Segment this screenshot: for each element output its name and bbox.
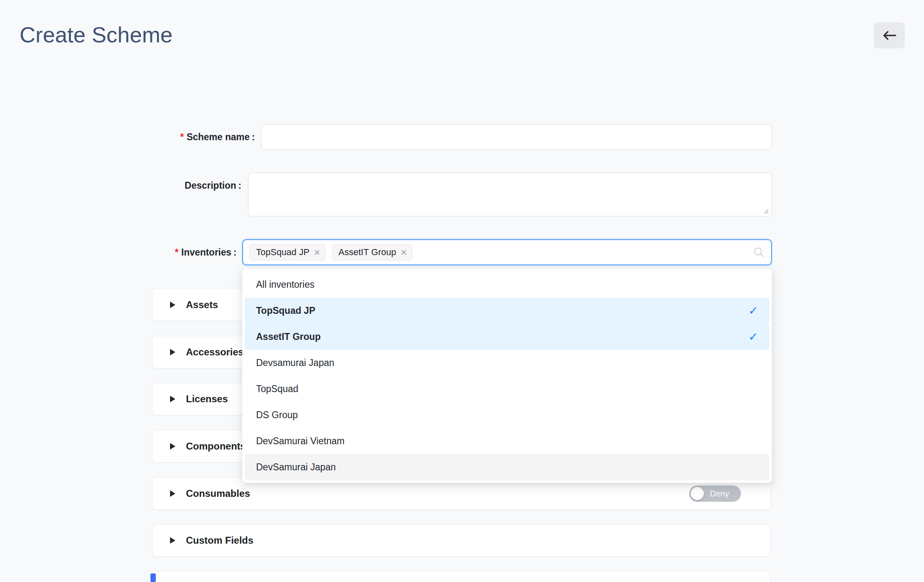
option-label: TopSquad	[256, 384, 298, 395]
dropdown-option-all-inventories[interactable]: All inventories	[245, 271, 769, 298]
dropdown-option-assetit-group[interactable]: AssetIT Group ✓	[245, 324, 769, 350]
required-mark: *	[180, 132, 184, 142]
scheme-name-input[interactable]	[261, 124, 772, 150]
inventories-dropdown: All inventories TopSquad JP ✓ AssetIT Gr…	[242, 269, 772, 483]
option-label: TopSquad JP	[256, 305, 315, 316]
description-textarea[interactable]	[248, 172, 772, 216]
remove-tag-icon[interactable]: ×	[314, 247, 320, 258]
create-scheme-page: Create Scheme *Scheme name: Description:…	[0, 0, 924, 582]
partial-blue-element	[150, 573, 156, 582]
remove-tag-icon[interactable]: ×	[401, 247, 407, 258]
caret-right-icon	[170, 349, 175, 355]
panel-title: Custom Fields	[186, 535, 253, 546]
toggle-label: Deny	[710, 489, 729, 498]
panel-partial[interactable]	[152, 571, 771, 582]
back-arrow-icon	[882, 30, 897, 41]
toggle-knob-icon	[691, 487, 704, 500]
check-icon: ✓	[749, 330, 758, 344]
label-colon: :	[252, 132, 255, 142]
scheme-name-label: *Scheme name:	[180, 131, 255, 143]
search-icon	[753, 247, 765, 258]
scheme-name-label-text: Scheme name	[187, 132, 250, 142]
dropdown-option-topsquad-jp[interactable]: TopSquad JP ✓	[245, 298, 769, 324]
dropdown-option-devsamurai-japan[interactable]: Devsamurai Japan	[245, 350, 769, 376]
description-label: Description:	[185, 179, 241, 192]
selected-tag-assetit-group: AssetIT Group ×	[332, 244, 412, 260]
check-icon: ✓	[749, 304, 758, 317]
tag-label: AssetIT Group	[338, 247, 396, 258]
inventories-label-text: Inventories	[181, 247, 232, 258]
label-colon: :	[238, 180, 241, 191]
caret-right-icon	[170, 490, 175, 497]
deny-toggle[interactable]: Deny	[689, 485, 741, 502]
dropdown-option-devsamurai-japan-2[interactable]: DevSamurai Japan	[245, 454, 769, 480]
selected-tag-topsquad-jp: TopSquad JP ×	[250, 244, 325, 260]
panel-title: Components	[186, 441, 246, 452]
description-label-text: Description	[185, 180, 237, 191]
caret-right-icon	[170, 302, 175, 308]
inventories-label: *Inventories:	[175, 246, 237, 258]
panel-title: Accessories	[186, 346, 243, 358]
dropdown-option-devsamurai-vietnam[interactable]: DevSamurai Vietnam	[245, 428, 769, 454]
option-label: All inventories	[256, 279, 314, 290]
dropdown-option-topsquad[interactable]: TopSquad	[245, 376, 769, 402]
inventories-select[interactable]: TopSquad JP × AssetIT Group ×	[242, 239, 772, 265]
back-button[interactable]	[874, 22, 905, 48]
caret-right-icon	[170, 396, 175, 402]
page-title: Create Scheme	[20, 24, 172, 46]
panel-custom-fields[interactable]: Custom Fields	[152, 524, 771, 557]
option-label: AssetIT Group	[256, 331, 321, 342]
option-label: DS Group	[256, 410, 298, 421]
panel-title: Consumables	[186, 488, 250, 499]
option-label: Devsamurai Japan	[256, 357, 334, 368]
panel-title: Assets	[186, 299, 218, 311]
option-label: DevSamurai Vietnam	[256, 436, 345, 447]
caret-right-icon	[170, 443, 175, 450]
label-colon: :	[233, 247, 237, 258]
tag-label: TopSquad JP	[256, 247, 309, 258]
option-label: DevSamurai Japan	[256, 462, 336, 473]
caret-right-icon	[170, 537, 175, 544]
panel-title: Licenses	[186, 393, 228, 405]
dropdown-option-ds-group[interactable]: DS Group	[245, 402, 769, 428]
required-mark: *	[175, 247, 179, 258]
